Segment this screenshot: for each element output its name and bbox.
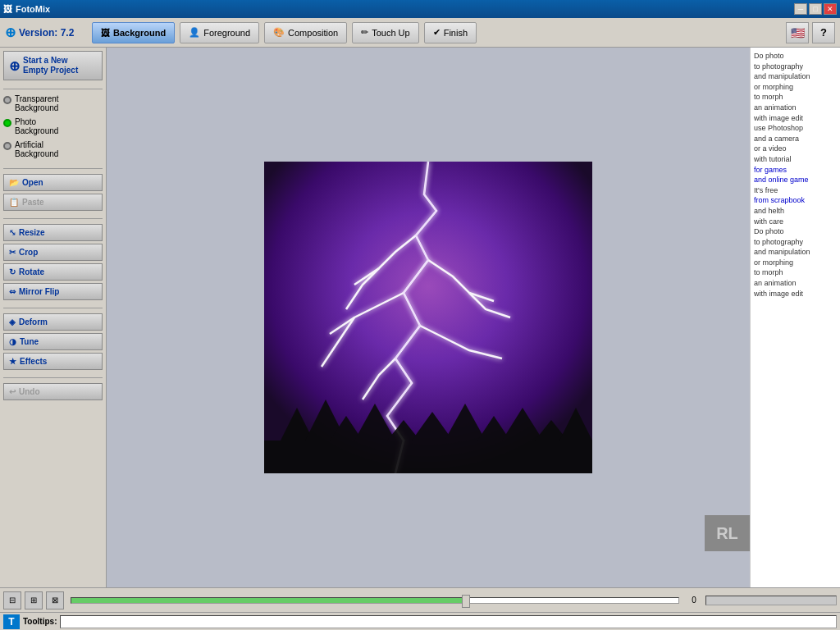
tab-foreground[interactable]: 👤 Foreground xyxy=(180,22,259,43)
right-panel-line: Do photo xyxy=(754,51,837,62)
background-tab-icon: 🖼 xyxy=(101,28,110,38)
bottom-bar: ⊟ ⊞ ⊠ 0 xyxy=(0,587,840,612)
right-panel-line: with image edit xyxy=(754,289,837,299)
zoom-btn-2[interactable]: ⊞ xyxy=(25,591,43,609)
mirror-flip-icon: ⇔ xyxy=(9,287,16,296)
photo-radio xyxy=(3,119,11,127)
right-panel-line: and online game xyxy=(754,175,837,185)
deform-button[interactable]: ◈ Deform xyxy=(3,313,103,331)
close-button[interactable]: ✕ xyxy=(824,3,837,15)
tune-button[interactable]: ◑ Tune xyxy=(3,333,103,350)
right-panel-line: to morph xyxy=(754,267,837,278)
tab-touchup[interactable]: ✏ Touch Up xyxy=(352,22,418,43)
scroll-track[interactable] xyxy=(705,596,837,605)
tune-icon: ◑ xyxy=(9,337,16,346)
artificial-radio xyxy=(3,142,11,150)
divider-2 xyxy=(3,168,103,169)
deform-icon: ◈ xyxy=(9,317,16,326)
crop-icon: ✂ xyxy=(9,248,16,257)
tooltips-label: Tooltips: xyxy=(23,617,57,626)
new-project-icon: ⊕ xyxy=(9,58,20,74)
divider-3 xyxy=(3,218,103,219)
lightning-image xyxy=(264,162,592,473)
undo-button[interactable]: ↩ Undo xyxy=(3,383,103,400)
composition-tab-icon: 🎨 xyxy=(273,27,285,38)
toolbar: ⊕ Version: 7.2 🖼 Background 👤 Foreground… xyxy=(0,18,840,48)
rotate-icon: ↻ xyxy=(9,267,16,276)
version-info: ⊕ Version: 7.2 xyxy=(5,25,87,40)
left-panel: ⊕ Start a NewEmpty Project TransparentBa… xyxy=(0,48,107,587)
zoom-btn-1[interactable]: ⊟ xyxy=(3,591,21,609)
open-icon: 📂 xyxy=(9,178,19,187)
right-panel-line: use Photoshop xyxy=(754,123,837,134)
right-panel-line: to photography xyxy=(754,62,837,72)
right-panel-line: or morphing xyxy=(754,258,837,268)
rotate-button[interactable]: ↻ Rotate xyxy=(3,263,103,281)
rl-watermark: RL xyxy=(705,515,750,551)
progress-track[interactable] xyxy=(71,597,679,604)
help-button[interactable]: ? xyxy=(812,22,835,43)
right-panel-line: and a camera xyxy=(754,134,837,144)
right-panel-line: or morphing xyxy=(754,82,837,93)
resize-icon: ⤡ xyxy=(9,228,16,237)
right-panel-line: an animation xyxy=(754,278,837,289)
app: ⊕ Version: 7.2 🖼 Background 👤 Foreground… xyxy=(0,18,840,630)
right-panel-line: and manipulation xyxy=(754,247,837,258)
right-panel-line: to morph xyxy=(754,92,837,103)
right-panel-line: from scrapbook xyxy=(754,195,837,206)
mirror-flip-button[interactable]: ⇔ Mirror Flip xyxy=(3,283,103,300)
right-text-content: Do phototo photographyand manipulationor… xyxy=(754,51,837,299)
right-panel-line: with care xyxy=(754,217,837,227)
paste-button[interactable]: 📋 Paste xyxy=(3,194,103,211)
crop-button[interactable]: ✂ Crop xyxy=(3,244,103,261)
app-title: FotoMix xyxy=(16,4,50,14)
tab-background[interactable]: 🖼 Background xyxy=(92,22,175,43)
titlebar: 🖼 FotoMix ─ □ ✕ xyxy=(0,0,840,18)
content: ⊕ Start a NewEmpty Project TransparentBa… xyxy=(0,48,840,587)
artificial-bg-option[interactable]: ArtificialBackground xyxy=(3,140,103,158)
tooltip-input[interactable] xyxy=(60,615,837,628)
undo-icon: ↩ xyxy=(9,387,16,396)
divider-4 xyxy=(3,308,103,308)
right-panel: Do phototo photographyand manipulationor… xyxy=(750,48,840,587)
right-panel-line: to photography xyxy=(754,237,837,248)
right-panel-line: It's free xyxy=(754,185,837,196)
right-panel-line: and manipulation xyxy=(754,71,837,82)
touchup-tab-icon: ✏ xyxy=(361,27,368,38)
right-panel-line: for games xyxy=(754,165,837,176)
right-panel-line: an animation xyxy=(754,103,837,113)
minimize-button[interactable]: ─ xyxy=(794,3,807,15)
tooltip-bar: T Tooltips: xyxy=(0,612,840,630)
resize-button[interactable]: ⤡ Resize xyxy=(3,224,103,241)
canvas-area: RL xyxy=(107,48,750,587)
right-panel-line: or a video xyxy=(754,144,837,154)
new-project-button[interactable]: ⊕ Start a NewEmpty Project xyxy=(3,51,103,80)
app-icon: 🖼 xyxy=(3,4,12,14)
effects-button[interactable]: ★ Effects xyxy=(3,353,103,370)
transparent-radio xyxy=(3,96,11,104)
toolbar-right: 🇺🇸 ? xyxy=(786,22,835,43)
effects-icon: ★ xyxy=(9,357,16,366)
progress-value: 0 xyxy=(686,596,702,605)
titlebar-left: 🖼 FotoMix xyxy=(3,4,50,14)
zoom-btn-3[interactable]: ⊠ xyxy=(46,591,64,609)
finish-tab-icon: ✔ xyxy=(433,27,441,38)
transparent-bg-option[interactable]: TransparentBackground xyxy=(3,94,103,112)
canvas-image xyxy=(264,162,592,473)
right-panel-line: with image edit xyxy=(754,113,837,124)
progress-fill xyxy=(71,598,466,603)
tooltip-t-button[interactable]: T xyxy=(3,614,20,629)
divider-1 xyxy=(3,89,103,89)
progress-thumb[interactable] xyxy=(462,595,470,608)
tab-composition[interactable]: 🎨 Composition xyxy=(264,22,347,43)
restore-button[interactable]: □ xyxy=(809,3,822,15)
right-panel-line: with tutorial xyxy=(754,154,837,165)
photo-bg-option[interactable]: PhotoBackground xyxy=(3,117,103,135)
open-button[interactable]: 📂 Open xyxy=(3,174,103,191)
tab-finish[interactable]: ✔ Finish xyxy=(424,22,477,43)
foreground-tab-icon: 👤 xyxy=(189,27,200,38)
titlebar-controls: ─ □ ✕ xyxy=(794,3,837,15)
svg-rect-1 xyxy=(264,441,592,473)
right-panel-line: Do photo xyxy=(754,226,837,237)
flag-button[interactable]: 🇺🇸 xyxy=(786,22,809,43)
